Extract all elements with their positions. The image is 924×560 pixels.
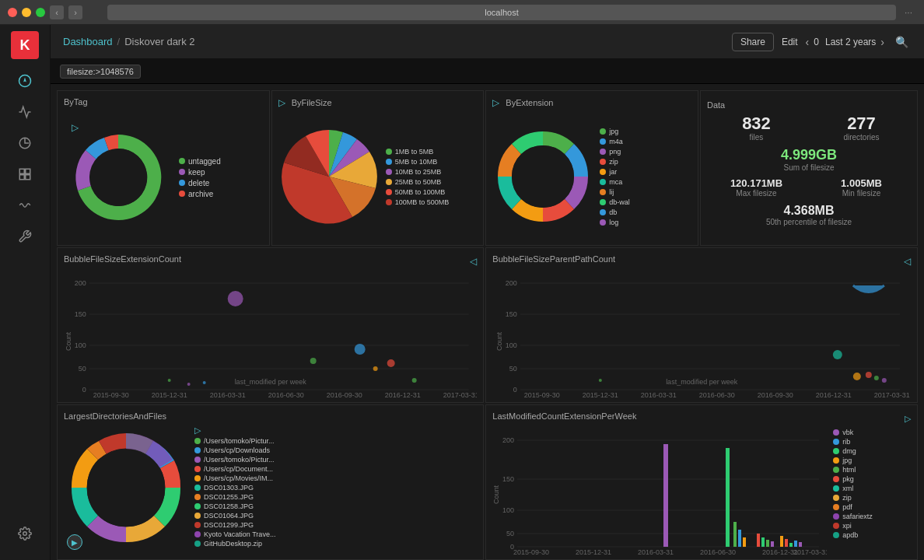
svg-text:0: 0 — [513, 386, 517, 394]
svg-text:150: 150 — [502, 475, 514, 483]
svg-text:100: 100 — [506, 341, 517, 349]
panel-data: Data 832 files 277 directories 4.999GB S… — [700, 90, 918, 246]
legend-item-m4a: m4a — [600, 138, 630, 145]
legend-item-dmg: dmg — [833, 447, 876, 455]
panel-bubble1-header: BubbleFileSizeExtensionCount ◁ — [64, 254, 477, 268]
sidebar-item-dev-tools[interactable] — [11, 222, 39, 250]
svg-point-31 — [387, 359, 395, 367]
legend-item-documents: /Users/cp/Document... — [194, 465, 275, 473]
sidebar-item-discover[interactable] — [11, 67, 39, 95]
lastmod-expand-icon[interactable]: ▷ — [905, 414, 911, 424]
panel-bubble2-header: BubbleFileSizeParentPathCount ◁ — [492, 254, 911, 268]
legend-item-lij: lij — [600, 188, 630, 196]
time-prev-button[interactable]: ‹ — [806, 36, 810, 48]
bubble1-back-icon[interactable]: ◁ — [470, 256, 477, 267]
svg-point-9 — [512, 145, 574, 208]
stat-max-label: Max filesize — [707, 189, 806, 198]
byfilesize-expand-icon[interactable]: ▷ — [278, 97, 285, 108]
sidebar-item-dashboard[interactable] — [11, 160, 39, 188]
panel-lastmod: LastModifiedCountExtensionPerWeek ▷ 200 … — [485, 404, 918, 560]
compass-icon — [18, 74, 32, 88]
svg-rect-82 — [785, 539, 788, 547]
lastmod-legend: vbk rib dmg jpg — [833, 429, 876, 560]
svg-point-8 — [89, 149, 147, 206]
edit-button[interactable]: Edit — [782, 37, 798, 47]
svg-rect-73 — [726, 448, 730, 547]
filter-tag[interactable]: filesize:>1048576 — [60, 65, 141, 79]
legend-item-jar: jar — [600, 168, 630, 176]
bubble2-back-icon[interactable]: ◁ — [904, 256, 911, 267]
sidebar: K — [0, 25, 51, 560]
address-bar[interactable]: localhost — [107, 5, 896, 20]
sidebar-item-settings[interactable] — [11, 520, 39, 548]
svg-rect-75 — [738, 530, 741, 547]
panel-bytag-title: ByTag — [64, 97, 88, 107]
svg-text:2016-03-31: 2016-03-31 — [210, 391, 246, 399]
svg-text:2016-06-30: 2016-06-30 — [700, 548, 736, 556]
byextension-donut-svg — [492, 121, 593, 233]
panel-bubble1: BubbleFileSizeExtensionCount ◁ 200 150 1… — [57, 247, 484, 403]
svg-rect-3 — [19, 169, 24, 173]
share-button[interactable]: Share — [732, 33, 774, 51]
panel-largest-title: LargestDirectoriesAndFiles — [64, 411, 166, 421]
svg-point-56 — [866, 372, 872, 378]
dashboard-icon — [18, 167, 32, 181]
legend-item-zip: zip — [600, 158, 630, 166]
back-button[interactable]: ‹ — [50, 5, 64, 19]
sidebar-item-chart[interactable] — [11, 98, 39, 126]
svg-text:2016-06-30: 2016-06-30 — [268, 391, 304, 399]
svg-point-35 — [203, 381, 206, 384]
svg-text:2015-12-31: 2015-12-31 — [576, 548, 611, 556]
svg-point-30 — [373, 366, 378, 371]
largest-expand-icon[interactable]: ▷ — [194, 425, 201, 436]
svg-text:200: 200 — [502, 436, 514, 444]
time-next-button[interactable]: › — [880, 36, 884, 48]
svg-rect-4 — [26, 169, 30, 173]
search-button[interactable]: 🔍 — [892, 33, 912, 51]
svg-marker-1 — [23, 78, 26, 82]
play-button[interactable]: ▶ — [67, 534, 82, 550]
gear-icon — [18, 527, 32, 541]
panel-bubble2-title: BubbleFileSizeParentPathCount — [492, 254, 615, 264]
svg-text:2016-03-31: 2016-03-31 — [641, 391, 677, 399]
legend-item-xml: xml — [833, 485, 876, 492]
svg-text:100: 100 — [502, 506, 514, 514]
svg-text:100: 100 — [75, 341, 86, 349]
legend-item-safariextz: safariextz — [833, 513, 876, 520]
forward-button[interactable]: › — [68, 5, 82, 19]
svg-rect-72 — [663, 444, 668, 547]
svg-text:2016-12-31: 2016-12-31 — [385, 391, 421, 399]
lastmod-bar-svg: 200 150 100 50 0 — [492, 429, 827, 557]
stat-percentile-label: 50th percentile of filesize — [707, 218, 911, 226]
fullscreen-button[interactable] — [36, 8, 45, 17]
sidebar-item-timelion[interactable] — [11, 191, 39, 219]
svg-point-7 — [23, 532, 27, 536]
svg-point-32 — [412, 378, 417, 383]
svg-text:2015-12-31: 2015-12-31 — [583, 391, 618, 399]
sidebar-item-visualize[interactable] — [11, 129, 39, 157]
panel-byextension: ▷ ByExtension — [485, 90, 698, 246]
byextension-expand-icon[interactable]: ▷ — [492, 97, 499, 108]
visualize-icon — [18, 136, 32, 150]
breadcrumb-page: Diskover dark 2 — [124, 36, 194, 47]
panel-byfilesize: ▷ ByFileSize — [271, 90, 485, 246]
time-label: Last 2 years — [825, 37, 876, 47]
svg-point-33 — [168, 379, 171, 382]
stat-directories: 277 directories — [812, 114, 911, 142]
panel-byextension-chart: jpg m4a png zip — [492, 113, 691, 241]
svg-rect-84 — [794, 541, 797, 547]
svg-text:50: 50 — [509, 365, 517, 373]
svg-text:200: 200 — [506, 279, 517, 287]
legend-item-apdb: apdb — [833, 531, 876, 539]
close-button[interactable] — [8, 8, 17, 17]
legend-item-dsc1064: DSC01064.JPG — [194, 512, 275, 520]
legend-item-log: log — [600, 219, 630, 226]
svg-text:2017-03-31: 2017-03-31 — [793, 548, 827, 556]
browser-chrome: ‹ › localhost ··· — [0, 0, 924, 25]
bytag-expand-icon[interactable]: ▷ — [72, 122, 79, 133]
breadcrumb-dashboard[interactable]: Dashboard — [63, 36, 113, 47]
svg-rect-77 — [757, 534, 760, 547]
minimize-button[interactable] — [22, 8, 31, 17]
legend-item-archive: archive — [179, 190, 221, 198]
panel-byextension-title: ByExtension — [506, 98, 553, 107]
